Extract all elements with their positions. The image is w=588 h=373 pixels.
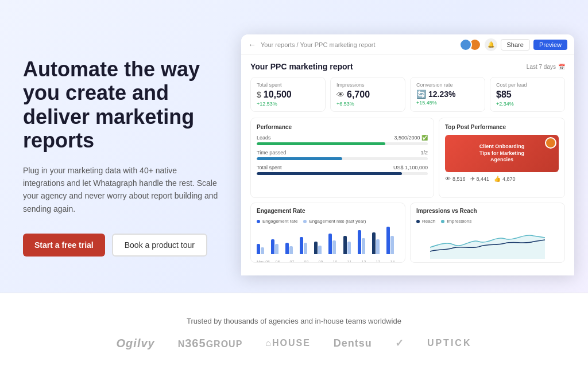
logo-checkmark: ✓ xyxy=(395,337,404,349)
dot-reach xyxy=(416,220,420,223)
hero-title: Automate the way you create and deliver … xyxy=(23,57,241,153)
logo-house: ⌂HOUSE xyxy=(265,338,311,348)
share-button[interactable]: Share xyxy=(501,39,530,50)
trusted-text: Trusted by thousands of agencies and in-… xyxy=(187,317,401,325)
like-stat-icon: 👍 xyxy=(494,176,501,182)
titlebar-actions: 🔔 Share Preview xyxy=(459,38,567,51)
bar-4b xyxy=(304,243,307,254)
hero-description: Plug in your marketing data with 40+ nat… xyxy=(23,164,218,216)
bar-3b xyxy=(289,246,293,254)
window-titlebar: ← Your reports / Your PPC marketing repo… xyxy=(241,34,574,55)
bottom-row: Engagement Rate Engagement rate Engageme… xyxy=(250,203,565,263)
impressions-chart-title: Impressions vs Reach xyxy=(416,208,559,214)
kpi-total-spent: Total spent $ 10,500 +12.53% xyxy=(250,77,326,112)
bar-6b xyxy=(332,240,336,254)
preview-button[interactable]: Preview xyxy=(533,40,567,50)
report-title: Your PPC marketing report xyxy=(250,62,353,71)
engagement-legend: Engagement rate Engagement rate (last ye… xyxy=(257,219,399,224)
bar-5b xyxy=(318,246,322,254)
trusted-section: Trusted by thousands of agencies and in-… xyxy=(0,293,588,373)
logo-ogilvy: Ogilvy xyxy=(117,337,155,350)
top-post-card: Top Post Performance Client OnboardingTi… xyxy=(439,118,565,198)
bar-9 xyxy=(372,232,376,254)
bar-9b xyxy=(376,239,380,254)
hero-right-dashboard: ← Your reports / Your PPC marketing repo… xyxy=(241,23,574,293)
bar-3 xyxy=(285,243,289,254)
bar-1 xyxy=(257,244,260,254)
stat-likes: 👍 4,870 xyxy=(494,176,516,182)
bar-7b xyxy=(347,242,351,254)
bar-6 xyxy=(328,234,332,254)
bar-5 xyxy=(314,242,318,254)
leads-metric: Leads 3,500/2000 ✅ xyxy=(257,135,428,145)
dot-impressions xyxy=(441,220,444,223)
post-thumbnail-text: Client OnboardingTips for MarketingAgenc… xyxy=(477,141,527,166)
book-tour-button[interactable]: Book a product tour xyxy=(112,234,207,257)
bar-10 xyxy=(386,227,390,254)
bar-4 xyxy=(300,237,303,254)
spent-metric: Total spent US$ 1,100,000 xyxy=(257,165,428,175)
hero-buttons: Start a free trial Book a product tour xyxy=(23,234,241,257)
top-post-title: Top Post Performance xyxy=(445,124,559,130)
bar-8b xyxy=(362,238,365,254)
engagement-chart-title: Engagement Rate xyxy=(257,208,399,214)
hero-left-content: Automate the way you create and deliver … xyxy=(23,23,241,293)
legend-engagement-rate: Engagement rate xyxy=(257,219,297,224)
notification-icon[interactable]: 🔔 xyxy=(485,38,497,51)
bar-7 xyxy=(343,236,347,254)
engagement-chart-card: Engagement Rate Engagement rate Engageme… xyxy=(250,203,405,263)
start-trial-button[interactable]: Start a free trial xyxy=(23,234,105,257)
dashboard-window: ← Your reports / Your PPC marketing repo… xyxy=(241,34,574,275)
line-chart-svg xyxy=(416,227,559,259)
kpi-row: Total spent $ 10,500 +12.53% Impressions… xyxy=(250,77,565,112)
logo-uptick: UPTICK xyxy=(427,338,472,348)
avatar-group xyxy=(459,38,481,51)
dot-engagement xyxy=(257,220,260,223)
logos-row: Ogilvy N365GROUP ⌂HOUSE Dentsu ✓ UPTICK xyxy=(117,337,472,350)
post-stats: 👁 8,516 ✈ 8,441 👍 4,870 xyxy=(445,176,559,182)
impressions-legend: Reach Impressions xyxy=(416,219,559,224)
impressions-x-labels: 20 21 22 23 24 25 26 27 28 29 xyxy=(416,262,559,263)
report-date: Last 7 days 📅 xyxy=(527,64,565,70)
time-metric: Time passed 1/2 xyxy=(257,150,428,160)
post-thumbnail: Client OnboardingTips for MarketingAgenc… xyxy=(445,135,559,172)
logo-dentsu: Dentsu xyxy=(334,337,372,349)
refresh-icon: 🔄 xyxy=(416,90,426,99)
logo-n365: N365GROUP xyxy=(178,337,243,350)
eye-icon: 👁 xyxy=(336,90,345,99)
back-button[interactable]: ← xyxy=(248,40,256,49)
post-avatar xyxy=(545,137,556,149)
breadcrumb: Your reports / Your PPC marketing report xyxy=(261,41,455,48)
bar-1b xyxy=(261,247,264,254)
performance-title: Performance xyxy=(257,124,428,130)
bar-10b xyxy=(390,236,394,254)
middle-row: Performance Leads 3,500/2000 ✅ xyxy=(250,118,565,198)
share-stat-icon: ✈ xyxy=(470,176,475,182)
bar-2 xyxy=(271,239,274,254)
avatar-1 xyxy=(459,38,472,51)
bar-8 xyxy=(358,230,361,254)
stat-shares: ✈ 8,441 xyxy=(470,176,490,182)
bar-2b xyxy=(275,244,278,254)
dashboard-content: Your PPC marketing report Last 7 days 📅 … xyxy=(241,55,574,275)
legend-impressions: Impressions xyxy=(441,219,471,224)
eye-stat-icon: 👁 xyxy=(445,176,451,182)
performance-card: Performance Leads 3,500/2000 ✅ xyxy=(250,118,434,198)
kpi-conversion: Conversion rate 🔄 12.23% +15.45% xyxy=(410,77,485,112)
stat-views: 👁 8,516 xyxy=(445,176,466,182)
kpi-impressions: Impressions 👁 6,700 +6.53% xyxy=(330,77,405,112)
legend-reach: Reach xyxy=(416,219,435,224)
report-header: Your PPC marketing report Last 7 days 📅 xyxy=(250,62,565,71)
hero-section: Automate the way you create and deliver … xyxy=(0,0,588,293)
kpi-cost-per-lead: Cost per lead $85 +2.34% xyxy=(490,77,565,112)
impressions-chart-card: Impressions vs Reach Reach Impressions xyxy=(410,203,565,263)
dollar-icon: $ xyxy=(257,90,261,99)
legend-engagement-last-year: Engagement rate (last year) xyxy=(303,219,366,224)
dot-engagement-ly xyxy=(303,220,307,223)
engagement-x-labels: May 05 06 07 08 09 10 11 12 13 14 xyxy=(257,260,399,263)
